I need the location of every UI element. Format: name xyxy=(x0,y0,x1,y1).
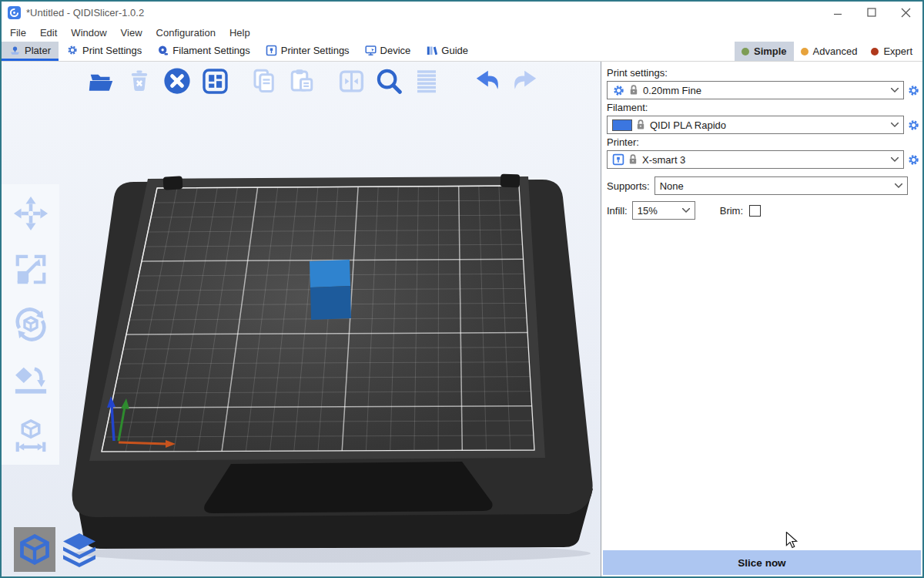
chevron-down-icon xyxy=(895,183,902,188)
preview-layers-view-button[interactable] xyxy=(59,527,100,572)
maximize-button[interactable] xyxy=(855,2,889,23)
arrange-icon xyxy=(201,67,229,96)
print-settings-combo[interactable]: 0.20mm Fine xyxy=(607,81,904,99)
search-button[interactable] xyxy=(373,66,404,96)
scale-icon xyxy=(13,251,49,287)
supports-value: None xyxy=(660,180,890,192)
scale-button[interactable] xyxy=(12,250,49,287)
supports-combo[interactable]: None xyxy=(654,176,908,195)
lock-icon xyxy=(629,154,638,165)
printer-label: Printer: xyxy=(607,136,920,148)
tab-printer-settings[interactable]: Printer Settings xyxy=(258,42,357,61)
filament-color-swatch xyxy=(612,119,632,131)
redo-button[interactable] xyxy=(510,66,541,96)
layers-list-button[interactable] xyxy=(411,66,442,96)
mode-label: Simple xyxy=(754,45,787,57)
tab-print-settings[interactable]: Print Settings xyxy=(59,42,149,61)
left-toolbar xyxy=(2,184,59,465)
copy-button[interactable] xyxy=(249,66,280,96)
copy-icon xyxy=(250,67,278,95)
move-icon xyxy=(13,196,49,231)
expert-mode-dot-icon xyxy=(871,48,879,55)
tab-filament-settings[interactable]: Filament Settings xyxy=(149,42,257,61)
filament-label: Filament: xyxy=(607,102,920,113)
maximize-icon xyxy=(867,8,876,17)
delete-all-button[interactable] xyxy=(162,66,192,96)
rotate-button[interactable] xyxy=(12,306,49,343)
tab-label: Plater xyxy=(25,45,51,56)
print-settings-gear-icon xyxy=(66,44,79,56)
filament-edit-gear-icon[interactable] xyxy=(907,119,920,132)
device-icon xyxy=(365,45,377,56)
menu-view[interactable]: View xyxy=(114,23,149,42)
tab-plater[interactable]: Plater xyxy=(2,42,59,61)
infill-combo[interactable]: 15% xyxy=(632,201,695,220)
plate-clip-left xyxy=(163,176,183,190)
rotate-icon xyxy=(13,307,49,342)
print-settings-label: Print settings: xyxy=(607,67,920,79)
split-objects-button[interactable] xyxy=(336,66,367,96)
mode-advanced[interactable]: Advanced xyxy=(794,42,865,61)
plate-clip-right xyxy=(500,174,521,188)
bed-handle-cutout xyxy=(204,462,492,513)
menu-help[interactable]: Help xyxy=(223,23,257,42)
3d-editor-view-button[interactable] xyxy=(14,527,55,572)
tab-guide[interactable]: Guide xyxy=(418,42,476,61)
infill-value: 15% xyxy=(638,205,678,217)
chevron-down-icon xyxy=(891,88,899,92)
supports-label: Supports: xyxy=(607,180,650,192)
undo-button[interactable] xyxy=(472,66,503,96)
split-objects-icon xyxy=(337,67,366,96)
mode-label: Expert xyxy=(883,45,912,57)
print-settings-value: 0.20mm Fine xyxy=(643,85,886,96)
place-on-face-button[interactable] xyxy=(12,361,49,398)
tab-label: Print Settings xyxy=(82,45,142,56)
move-button[interactable] xyxy=(12,195,49,232)
menu-configuration[interactable]: Configuration xyxy=(149,23,223,42)
mode-simple[interactable]: Simple xyxy=(735,42,794,61)
gear-icon xyxy=(612,84,625,97)
menu-window[interactable]: Window xyxy=(64,23,113,42)
lock-icon xyxy=(637,119,645,130)
delete-all-icon xyxy=(162,66,192,96)
chevron-down-icon xyxy=(891,157,899,162)
tab-device[interactable]: Device xyxy=(357,42,419,61)
menu-edit[interactable]: Edit xyxy=(33,23,64,42)
3d-viewport[interactable] xyxy=(2,62,601,576)
brim-checkbox[interactable] xyxy=(749,205,761,217)
tab-label: Device xyxy=(380,45,411,56)
menu-bar: File Edit Window View Configuration Help xyxy=(2,23,922,42)
delete-trash-icon xyxy=(126,68,152,94)
filament-combo[interactable]: QIDI PLA Rapido xyxy=(607,116,904,134)
measure-button[interactable] xyxy=(12,417,49,454)
printer-combo[interactable]: X-smart 3 xyxy=(607,150,904,169)
right-panel: Print settings: 0.20mm Fine Filament: QI… xyxy=(601,62,922,576)
printer-edit-gear-icon[interactable] xyxy=(907,153,920,166)
preview-layers-icon xyxy=(61,531,98,568)
slice-now-button[interactable]: Slice now xyxy=(603,550,921,575)
minimize-button[interactable] xyxy=(821,2,855,23)
app-window: *Untitled - QIDISlicer-1.0.2 File Edit W… xyxy=(0,0,924,578)
menu-file[interactable]: File xyxy=(3,23,33,42)
mode-label: Advanced xyxy=(813,45,858,57)
tab-label: Filament Settings xyxy=(172,45,249,56)
paste-button[interactable] xyxy=(286,66,317,96)
close-icon xyxy=(901,8,911,18)
mode-expert[interactable]: Expert xyxy=(864,42,919,61)
measure-icon xyxy=(13,418,49,453)
model-cube[interactable] xyxy=(310,260,351,320)
close-button[interactable] xyxy=(889,2,922,23)
open-button[interactable] xyxy=(86,66,117,96)
top-toolbar xyxy=(86,66,541,96)
view-toggles xyxy=(14,527,100,572)
3d-editor-cube-icon xyxy=(18,533,52,566)
tab-bar: Plater Print Settings Filament Settings … xyxy=(2,42,922,62)
tab-label: Printer Settings xyxy=(281,45,350,56)
brim-label: Brim: xyxy=(720,205,743,217)
advanced-mode-dot-icon xyxy=(801,48,808,55)
chevron-down-icon xyxy=(682,208,690,213)
arrange-button[interactable] xyxy=(199,66,230,96)
print-settings-edit-gear-icon[interactable] xyxy=(907,84,920,97)
app-logo-icon xyxy=(8,6,21,19)
delete-button[interactable] xyxy=(124,66,155,96)
